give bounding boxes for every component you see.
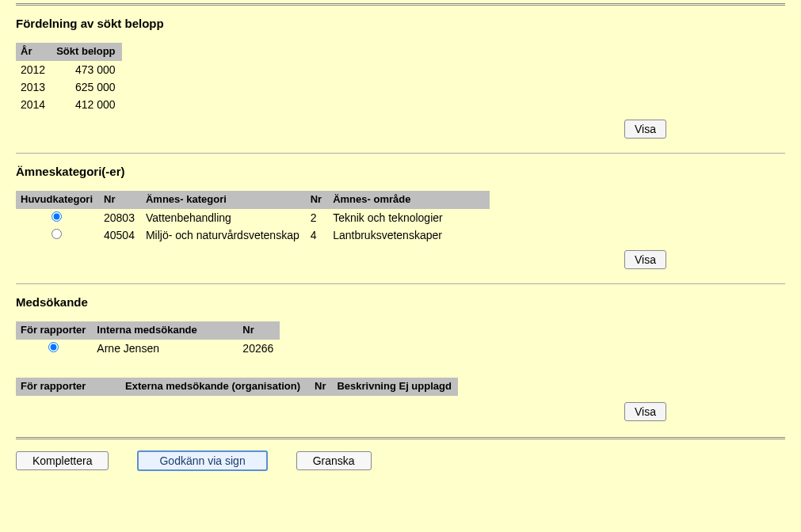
divider [16, 153, 785, 154]
cat-area: Teknik och teknologier [328, 209, 490, 226]
top-divider [16, 3, 785, 6]
divider [16, 283, 785, 284]
category-table: Huvudkategori Nr Ämnes- kategori Nr Ämne… [16, 191, 490, 244]
cat-nr2: 2 [306, 209, 328, 226]
cat-header-main: Huvudkategori [16, 191, 99, 209]
internal-radio[interactable] [48, 342, 59, 352]
category-radio[interactable] [51, 211, 62, 222]
bottom-action-bar: Komplettera Godkänn via sign Granska [16, 437, 785, 471]
cat-name: Vattenbehandling [141, 209, 306, 226]
int-nr: 20266 [238, 340, 280, 357]
cat-nr2: 4 [306, 226, 328, 244]
table-row: 2013 625 000 [16, 78, 122, 96]
int-header-rep: För rapporter [16, 321, 92, 340]
year-cell: 2013 [16, 78, 51, 96]
table-row: 2014 412 000 [16, 96, 122, 113]
amount-cell: 625 000 [51, 78, 121, 96]
table-row: 40504 Miljö- och naturvårdsvetenskap 4 L… [16, 226, 490, 244]
table-row: Arne Jensen 20266 [16, 340, 280, 357]
internal-coapplicant-table: För rapporter Interna medsökande Nr Arne… [16, 321, 280, 357]
amount-header-amount: Sökt belopp [51, 43, 121, 61]
int-header-nr: Nr [238, 321, 280, 340]
cat-nr1: 20803 [99, 209, 141, 226]
show-button-amount[interactable]: Visa [624, 120, 666, 139]
amount-header-year: År [16, 43, 51, 61]
section-title-amount: Fördelning av sökt belopp [16, 17, 785, 30]
show-button-category[interactable]: Visa [624, 250, 666, 269]
complete-button[interactable]: Komplettera [16, 451, 109, 470]
ext-header-nr: Nr [310, 378, 332, 396]
table-row: 2012 473 000 [16, 61, 122, 78]
cat-name: Miljö- och naturvårdsvetenskap [141, 226, 306, 244]
section-title-coapplicant: Medsökande [16, 295, 785, 309]
ext-header-org: Externa medsökande (organisation) [120, 378, 310, 396]
cat-nr1: 40504 [99, 226, 141, 244]
year-cell: 2014 [16, 96, 51, 113]
table-row: 20803 Vattenbehandling 2 Teknik och tekn… [16, 209, 490, 226]
amount-table: År Sökt belopp 2012 473 000 2013 625 000… [16, 43, 122, 113]
int-name: Arne Jensen [92, 340, 238, 357]
cat-header-cat: Ämnes- kategori [141, 191, 306, 209]
ext-header-desc: Beskrivning Ej upplagd [332, 378, 457, 396]
cat-area: Lantbruksvetenskaper [328, 226, 490, 244]
year-cell: 2012 [16, 61, 51, 78]
ext-header-rep: För rapporter [16, 378, 120, 396]
review-button[interactable]: Granska [296, 451, 372, 470]
section-title-category: Ämneskategori(-er) [16, 165, 785, 178]
cat-header-nr1: Nr [99, 191, 141, 209]
int-header-name: Interna medsökande [92, 321, 238, 340]
cat-header-nr2: Nr [306, 191, 328, 209]
approve-button[interactable]: Godkänn via sign [137, 450, 267, 471]
amount-cell: 473 000 [51, 61, 121, 78]
external-coapplicant-table: För rapporter Externa medsökande (organi… [16, 378, 458, 396]
cat-header-area: Ämnes- område [328, 191, 490, 209]
show-button-coapplicant[interactable]: Visa [624, 402, 666, 421]
amount-cell: 412 000 [51, 96, 121, 113]
category-radio[interactable] [51, 229, 62, 239]
